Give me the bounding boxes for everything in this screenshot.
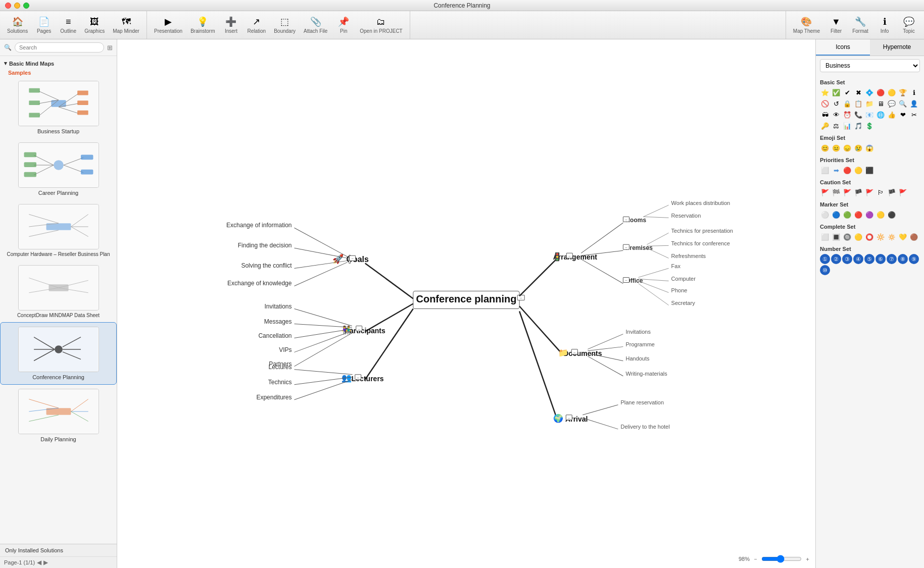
icon-flag-green[interactable]: 🚩 (898, 187, 908, 197)
icon-marker-blue[interactable]: 🔵 (831, 210, 841, 220)
icon-neutral[interactable]: 😐 (831, 143, 841, 153)
open-in-project-button[interactable]: 🗂 Open in PROJECT (357, 15, 405, 36)
icon-marker-purple[interactable]: 🟣 (864, 210, 874, 220)
maximize-button[interactable] (23, 3, 29, 9)
topic-button[interactable]: 💬 Topic (898, 14, 920, 36)
icon-complete-1[interactable]: 🔳 (831, 232, 841, 242)
icon-info[interactable]: ℹ (909, 87, 919, 97)
icon-refresh[interactable]: ↺ (831, 98, 841, 109)
icon-priority-none[interactable]: ⬜ (820, 165, 830, 175)
icon-red-circle[interactable]: 🔴 (876, 87, 886, 97)
tree-header-basic-mind-maps[interactable]: ▾ Basic Mind Maps (0, 58, 117, 69)
page-next-icon[interactable]: ▶ (43, 559, 48, 566)
icon-num-7[interactable]: ⑦ (887, 254, 897, 264)
search-options-icon[interactable]: ⊞ (107, 44, 113, 51)
icon-num-6[interactable]: ⑥ (876, 254, 886, 264)
icon-flag-red[interactable]: 🚩 (820, 187, 830, 197)
icon-clock[interactable]: ⏰ (842, 110, 852, 120)
icon-marker-yellow[interactable]: 🟡 (876, 210, 886, 220)
icon-priority-low[interactable]: ➡ (831, 165, 841, 175)
icon-num-8[interactable]: ⑧ (898, 254, 908, 264)
icon-globe[interactable]: 🌐 (876, 110, 886, 120)
icon-scared[interactable]: 😱 (864, 143, 874, 153)
icon-sad[interactable]: 😞 (842, 143, 852, 153)
graphics-button[interactable]: 🖼 Graphics (81, 15, 108, 36)
icon-diamond[interactable]: 💠 (864, 87, 874, 97)
icon-complete-2[interactable]: 🔘 (842, 232, 852, 242)
pin-button[interactable]: 📌 Pin (332, 14, 355, 36)
icon-complete-8[interactable]: 🟤 (909, 232, 919, 242)
icon-trophy[interactable]: 🏆 (898, 87, 908, 97)
icon-num-9[interactable]: ⑨ (909, 254, 919, 264)
icon-complete-5[interactable]: 🔆 (876, 232, 886, 242)
tree-subheader-samples[interactable]: Samples (0, 69, 117, 77)
tab-hypernote[interactable]: Hypernote (870, 39, 924, 56)
sidebar-item-conference-planning[interactable]: Conference Planning (0, 322, 117, 385)
canvas-area[interactable]: Conference planning – Goals 🚀 – Exchange… (117, 39, 815, 568)
icon-dollar[interactable]: 💲 (864, 121, 874, 131)
icon-num-5[interactable]: ⑤ (864, 254, 874, 264)
icon-num-2[interactable]: ② (831, 254, 841, 264)
icon-phone[interactable]: 📞 (853, 110, 863, 120)
icon-folder[interactable]: 📁 (864, 98, 874, 109)
icon-complete-4[interactable]: ⭕ (864, 232, 874, 242)
map-minder-button[interactable]: 🗺 Map Minder (110, 15, 142, 36)
solutions-button[interactable]: 🏠 Solutions (4, 14, 31, 36)
icon-email[interactable]: 📧 (864, 110, 874, 120)
icon-eye[interactable]: 👁 (831, 110, 841, 120)
icon-no[interactable]: 🚫 (820, 98, 830, 109)
icon-scissors[interactable]: ✂ (909, 110, 919, 120)
sidebar-item-career-planning[interactable]: Career Planning (0, 138, 117, 200)
format-button[interactable]: 🔧 Format (849, 14, 871, 36)
outline-button[interactable]: ≡ Outline (57, 15, 79, 36)
insert-button[interactable]: ➕ Insert (220, 14, 242, 36)
relation-button[interactable]: ↗ Relation (244, 14, 269, 36)
icon-marker-green[interactable]: 🟢 (842, 210, 852, 220)
icon-checkmark[interactable]: ✔ (842, 87, 852, 97)
icon-flag-orange[interactable]: 🚩 (842, 187, 852, 197)
icon-priority-high[interactable]: 🔴 (842, 165, 852, 175)
icon-desktop[interactable]: 🖥 (876, 98, 886, 109)
brainstorm-button[interactable]: 💡 Brainstorm (187, 14, 218, 36)
attach-file-button[interactable]: 📎 Attach File (301, 14, 330, 36)
icon-complete-7[interactable]: 💛 (898, 232, 908, 242)
icon-num-10[interactable]: ⑩ (820, 265, 830, 275)
icon-music[interactable]: 🎵 (853, 121, 863, 131)
icon-thumbsup[interactable]: 👍 (887, 110, 897, 120)
icon-marker-black[interactable]: ⚫ (887, 210, 897, 220)
zoom-out-icon[interactable]: － (753, 555, 758, 563)
icon-num-3[interactable]: ③ (842, 254, 852, 264)
icon-flag-black[interactable]: 🏴 (853, 187, 863, 197)
icon-flag-white[interactable]: 🏳 (876, 187, 886, 197)
icon-star[interactable]: ⭐ (820, 87, 830, 97)
icon-heart[interactable]: ❤ (898, 110, 908, 120)
boundary-button[interactable]: ⬚ Boundary (271, 14, 299, 36)
icon-bubble[interactable]: 💬 (887, 98, 897, 109)
icon-scale[interactable]: ⚖ (831, 121, 841, 131)
icon-complete-0[interactable]: ⬜ (820, 232, 830, 242)
icon-priority-medium[interactable]: 🟡 (853, 165, 863, 175)
search-input[interactable] (15, 42, 104, 53)
sidebar-item-business-startup[interactable]: Business Startup (0, 77, 117, 138)
icon-person[interactable]: 👤 (909, 98, 919, 109)
filter-button[interactable]: ▼ Filter (825, 15, 847, 36)
icon-complete-3[interactable]: 🟡 (853, 232, 863, 242)
presentation-button[interactable]: ▶ Presentation (151, 14, 185, 36)
icon-flag-dark[interactable]: 🏴 (887, 187, 897, 197)
map-theme-button[interactable]: 🎨 Map Theme (790, 14, 823, 36)
page-prev-icon[interactable]: ◀ (37, 559, 41, 566)
icon-flag-yellow[interactable]: 🚩 (864, 187, 874, 197)
only-installed-solutions-button[interactable]: Only Installed Solutions (5, 547, 63, 553)
zoom-in-icon[interactable]: ＋ (805, 555, 810, 563)
info-button[interactable]: ℹ Info (873, 14, 896, 36)
close-button[interactable] (5, 3, 11, 9)
icon-glasses[interactable]: 🕶 (820, 110, 830, 120)
minimize-button[interactable] (14, 3, 20, 9)
icon-lock[interactable]: 🔒 (842, 98, 852, 109)
icon-priority-black[interactable]: ⬛ (864, 165, 874, 175)
pages-button[interactable]: 📄 Pages (33, 14, 55, 36)
icon-num-1[interactable]: ① (820, 254, 830, 264)
icon-smile[interactable]: 😊 (820, 143, 830, 153)
icon-check[interactable]: ✅ (831, 87, 841, 97)
sidebar-item-computer-hardware[interactable]: Computer Hardware – Reseller Business Pl… (0, 200, 117, 261)
